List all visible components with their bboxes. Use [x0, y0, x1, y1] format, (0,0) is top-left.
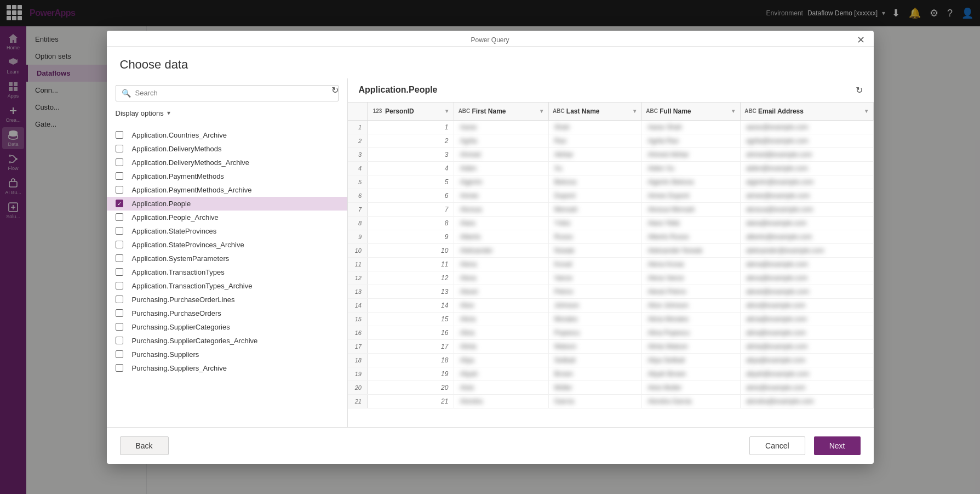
cell-data: Alexei Petrov: [642, 285, 741, 298]
table-checkbox[interactable]: [116, 309, 123, 317]
col-type-icon: ABC: [647, 107, 656, 116]
right-panel-refresh-button[interactable]: ↻: [856, 85, 863, 95]
table-checkbox[interactable]: [116, 227, 123, 235]
cell-data: Nowak: [548, 243, 641, 257]
col-type-icon: ABC: [460, 107, 468, 116]
table-list-item[interactable]: Purchasing.Suppliers_Archive: [107, 361, 347, 375]
cell-data: Yıldız: [548, 216, 641, 230]
table-name-label: Application.StateProvinces_Archive: [132, 241, 244, 249]
table-checkbox[interactable]: [116, 131, 123, 139]
col-header-last-name[interactable]: ABC Last Name ▾: [548, 103, 641, 121]
table-list-item[interactable]: Purchasing.Suppliers: [107, 348, 347, 361]
cell-data: Petrov: [548, 285, 641, 298]
table-checkbox[interactable]: [116, 186, 123, 194]
table-row: 1717AlintaWatsonAlinta Watsonalinta@exam…: [348, 339, 874, 353]
table-list-item[interactable]: Application.PaymentMethods: [107, 169, 347, 183]
col-sort-icon[interactable]: ▾: [633, 108, 636, 114]
col-sort-icon[interactable]: ▾: [865, 108, 868, 114]
col-header-full-name[interactable]: ABC Full Name ▾: [642, 103, 741, 121]
cell-data: Alice: [454, 298, 548, 312]
table-list-item[interactable]: Application.TransactionTypes_Archive: [107, 279, 347, 293]
table-list-item[interactable]: Application.TransactionTypes: [107, 265, 347, 279]
cell-data: Akosua Mensah: [642, 202, 741, 216]
table-list-item[interactable]: Application.People_Archive: [107, 211, 347, 224]
table-list-item[interactable]: Application.DeliveryMethods: [107, 142, 347, 156]
table-checkbox[interactable]: [116, 254, 123, 262]
cell-row-number: 14: [348, 298, 368, 312]
data-table-container[interactable]: 123 PersonID ▾ ABC First Name ▾ ABC Last…: [348, 103, 874, 427]
col-header-person-id[interactable]: 123 PersonID ▾: [368, 103, 454, 121]
col-header-first-name[interactable]: ABC First Name ▾: [454, 103, 548, 121]
cell-data: Aleksander Nowak: [642, 243, 741, 257]
table-checkbox[interactable]: [116, 282, 123, 289]
next-button[interactable]: Next: [814, 436, 861, 455]
cell-data: Aiden Xu: [642, 161, 741, 175]
cell-row-number: 4: [348, 161, 368, 175]
col-sort-icon[interactable]: ▾: [445, 108, 448, 114]
cell-data: Aliyah: [454, 367, 548, 381]
table-name-label: Application.Countries_Archive: [132, 131, 227, 139]
table-checkbox[interactable]: [116, 145, 123, 152]
table-list-item[interactable]: Purchasing.SupplierCategories_Archive: [107, 334, 347, 348]
left-panel-refresh-button[interactable]: ↻: [331, 85, 339, 95]
cell-row-number: 2: [348, 134, 368, 147]
cell-data: Rao: [548, 134, 641, 147]
table-checkbox[interactable]: [116, 200, 123, 207]
table-checkbox[interactable]: [116, 241, 123, 248]
table-checkbox[interactable]: [116, 158, 123, 166]
cell-row-number: 21: [348, 394, 368, 408]
modal-overlay: Power Query ✕ Choose data 🔍 Display opt: [0, 0, 980, 494]
table-checkbox[interactable]: [116, 323, 123, 331]
table-list-item[interactable]: Application.DeliveryMethods_Archive: [107, 156, 347, 169]
table-list-item[interactable]: Application.StateProvinces_Archive: [107, 238, 347, 252]
cancel-button[interactable]: Cancel: [749, 436, 805, 455]
table-row: 1313AlexeiPetrovAlexei Petrovalexei@exam…: [348, 285, 874, 298]
table-checkbox[interactable]: [116, 268, 123, 276]
col-sort-icon[interactable]: ▾: [540, 108, 543, 114]
cell-data: Aigerim: [454, 175, 548, 189]
table-checkbox[interactable]: [116, 296, 123, 303]
back-button[interactable]: Back: [120, 436, 169, 455]
cell-data: Mensah: [548, 202, 641, 216]
table-list-item[interactable]: Application.StateProvinces: [107, 224, 347, 238]
col-sort-icon[interactable]: ▾: [732, 108, 735, 114]
table-list-item[interactable]: Application.Countries_Archive: [107, 128, 347, 142]
table-row: 33AhmedAkhtarAhmed Akhtarahmed@example.c…: [348, 147, 874, 161]
cell-row-number: 11: [348, 257, 368, 271]
table-checkbox[interactable]: [116, 350, 123, 358]
cell-data: Alena Kovac: [642, 257, 741, 271]
table-name-label: Application.TransactionTypes_Archive: [132, 282, 253, 290]
cell-person-id: 16: [368, 326, 454, 339]
cell-data: aarav@example.com: [741, 120, 874, 134]
table-list-item[interactable]: Purchasing.PurchaseOrderLines: [107, 293, 347, 306]
cell-data: aigerim@example.com: [741, 175, 874, 189]
table-list-item[interactable]: Application.SystemParameters: [107, 252, 347, 265]
table-list-item[interactable]: Application.PaymentMethods_Archive: [107, 183, 347, 197]
table-row: 1212AlexaVanceAlexa Vancealexa@example.c…: [348, 271, 874, 285]
cell-data: Aliyah Brown: [642, 367, 741, 381]
cell-data: Aleksander: [454, 243, 548, 257]
modal-close-button[interactable]: ✕: [857, 35, 865, 45]
table-list-item[interactable]: Purchasing.SupplierCategories: [107, 320, 347, 334]
display-options-toggle[interactable]: Display options ▾: [116, 107, 339, 120]
col-header-email-address[interactable]: ABC Email Address ▾: [741, 103, 874, 121]
cell-data: Aliya Seitkali: [642, 353, 741, 367]
search-box[interactable]: 🔍: [116, 85, 339, 101]
cell-data: Agrita Rao: [642, 134, 741, 147]
cell-person-id: 19: [368, 367, 454, 381]
table-checkbox[interactable]: [116, 213, 123, 221]
display-options-chevron-icon: ▾: [167, 109, 170, 117]
cell-data: Kovač: [548, 257, 641, 271]
table-checkbox[interactable]: [116, 172, 123, 180]
cell-data: Dupont: [548, 189, 641, 202]
cell-data: Alina Popescu: [642, 326, 741, 339]
table-checkbox[interactable]: [116, 337, 123, 344]
table-name-label: Application.StateProvinces: [132, 227, 217, 235]
table-checkbox[interactable]: [116, 364, 123, 372]
cell-data: Aimee: [454, 189, 548, 202]
table-name-label: Application.DeliveryMethods: [132, 145, 222, 153]
search-input[interactable]: [135, 89, 333, 97]
table-list-item[interactable]: Application.People: [107, 197, 347, 211]
table-list-item[interactable]: Purchasing.PurchaseOrders: [107, 306, 347, 320]
cell-data: aimee@example.com: [741, 189, 874, 202]
